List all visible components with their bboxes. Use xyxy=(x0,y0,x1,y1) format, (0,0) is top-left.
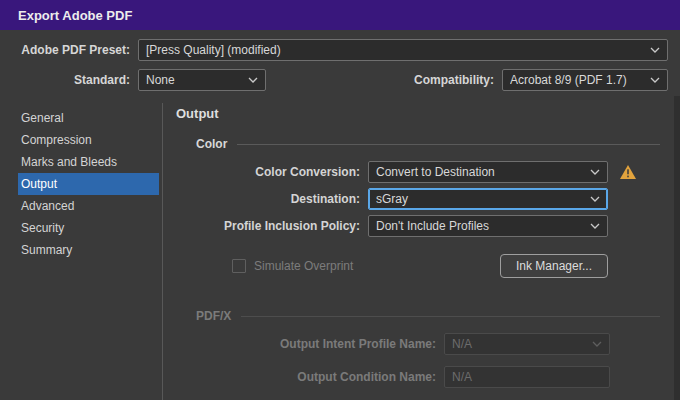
standard-label: Standard: xyxy=(18,73,138,87)
destination-value: sGray xyxy=(376,192,584,206)
warning-icon xyxy=(620,165,636,179)
preset-value: [Press Quality] (modified) xyxy=(146,43,644,57)
chevron-down-icon xyxy=(650,47,660,53)
ink-manager-button[interactable]: Ink Manager... xyxy=(500,254,608,278)
dialog-title: Export Adobe PDF xyxy=(18,8,132,23)
profile-policy-select[interactable]: Don't Include Profiles xyxy=(368,215,608,237)
output-intent-select: N/A xyxy=(444,333,610,355)
color-conversion-value: Convert to Destination xyxy=(376,165,584,179)
color-group: Color Color Conversion: Convert to Desti… xyxy=(176,137,660,277)
sidebar-item-label: Marks and Bleeds xyxy=(21,155,117,169)
output-condition-field: N/A xyxy=(444,366,610,388)
color-conversion-row: Color Conversion: Convert to Destination xyxy=(176,161,660,183)
pdfx-group-title: PDF/X xyxy=(196,309,231,323)
simulate-overprint-checkbox xyxy=(232,259,246,273)
output-condition-row: Output Condition Name: N/A xyxy=(176,366,660,388)
sidebar-item-compression[interactable]: Compression xyxy=(18,129,159,151)
compatibility-label: Compatibility: xyxy=(414,73,502,87)
compatibility-value: Acrobat 8/9 (PDF 1.7) xyxy=(510,73,644,87)
export-adobe-pdf-dialog: Export Adobe PDF Adobe PDF Preset: [Pres… xyxy=(0,0,680,400)
chevron-down-icon xyxy=(248,77,258,83)
sidebar-item-label: Compression xyxy=(21,133,92,147)
group-divider xyxy=(237,144,660,145)
sidebar-divider xyxy=(162,103,163,400)
output-panel: Output Color Color Conversion: Convert t… xyxy=(176,106,660,399)
pdfx-group: PDF/X Output Intent Profile Name: N/A Ou… xyxy=(176,309,660,388)
sidebar-item-summary[interactable]: Summary xyxy=(18,239,159,261)
sidebar-item-label: Output xyxy=(21,177,57,191)
standard-row: Standard: None Compatibility: Acrobat 8/… xyxy=(18,69,668,91)
sidebar-item-marks-and-bleeds[interactable]: Marks and Bleeds xyxy=(18,151,159,173)
group-divider xyxy=(241,316,660,317)
preset-row: Adobe PDF Preset: [Press Quality] (modif… xyxy=(18,39,668,61)
preset-select[interactable]: [Press Quality] (modified) xyxy=(138,39,668,61)
output-condition-label: Output Condition Name: xyxy=(176,370,444,384)
destination-row: Destination: sGray xyxy=(176,188,660,210)
output-intent-label: Output Intent Profile Name: xyxy=(176,337,444,351)
preset-label: Adobe PDF Preset: xyxy=(18,43,138,57)
chevron-down-icon xyxy=(590,169,600,175)
chevron-down-icon xyxy=(590,223,600,229)
output-intent-row: Output Intent Profile Name: N/A xyxy=(176,333,660,355)
sidebar-item-advanced[interactable]: Advanced xyxy=(18,195,159,217)
compatibility-select[interactable]: Acrobat 8/9 (PDF 1.7) xyxy=(502,69,668,91)
pdfx-group-header: PDF/X xyxy=(176,309,660,323)
panel-right-edge xyxy=(674,96,680,400)
sidebar-item-label: Advanced xyxy=(21,199,74,213)
sidebar-item-security[interactable]: Security xyxy=(18,217,159,239)
chevron-down-icon xyxy=(590,196,600,202)
standard-select[interactable]: None xyxy=(138,69,266,91)
sidebar-item-general[interactable]: General xyxy=(18,107,159,129)
color-group-title: Color xyxy=(196,137,227,151)
color-group-header: Color xyxy=(176,137,660,151)
color-conversion-select[interactable]: Convert to Destination xyxy=(368,161,608,183)
panel-title: Output xyxy=(176,106,660,121)
destination-label: Destination: xyxy=(176,192,368,206)
standard-value: None xyxy=(146,73,242,87)
sidebar-item-label: Summary xyxy=(21,243,72,257)
sidebar-item-label: Security xyxy=(21,221,64,235)
destination-select[interactable]: sGray xyxy=(368,188,608,210)
overprint-button-row: Simulate Overprint Ink Manager... xyxy=(176,255,660,277)
chevron-down-icon xyxy=(650,77,660,83)
color-conversion-label: Color Conversion: xyxy=(176,165,368,179)
sidebar-item-output[interactable]: Output xyxy=(18,173,159,195)
profile-policy-value: Don't Include Profiles xyxy=(376,219,584,233)
sections-list: General Compression Marks and Bleeds Out… xyxy=(18,107,159,261)
simulate-overprint-label: Simulate Overprint xyxy=(254,259,353,273)
sidebar-item-label: General xyxy=(21,111,64,125)
dialog-titlebar[interactable]: Export Adobe PDF xyxy=(0,0,680,30)
output-condition-value: N/A xyxy=(452,370,472,384)
profile-policy-row: Profile Inclusion Policy: Don't Include … xyxy=(176,215,660,237)
output-intent-value: N/A xyxy=(452,337,586,351)
profile-policy-label: Profile Inclusion Policy: xyxy=(176,219,368,233)
chevron-down-icon xyxy=(592,341,602,347)
